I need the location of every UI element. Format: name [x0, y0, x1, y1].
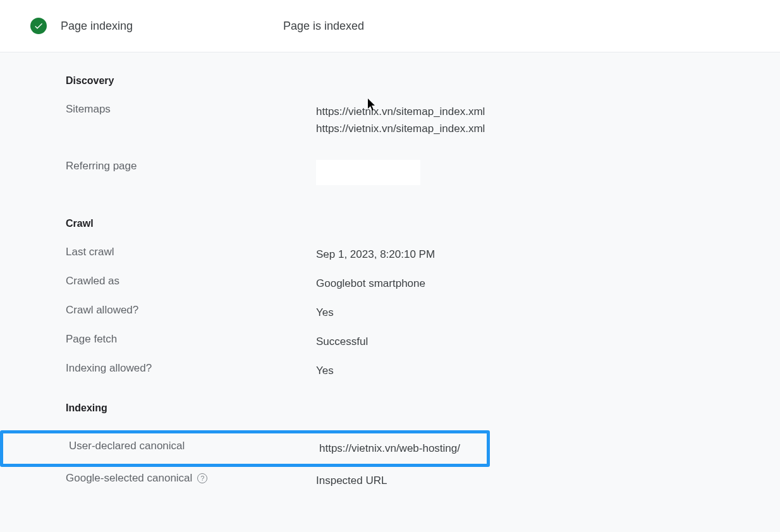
sitemaps-row: Sitemaps https://vietnix.vn/sitemap_inde… — [66, 103, 780, 150]
header-row: Page indexing Page is indexed — [0, 0, 780, 52]
crawled-as-value: Googlebot smartphone — [316, 275, 425, 292]
crawled-as-label: Crawled as — [66, 275, 316, 287]
sitemaps-label: Sitemaps — [66, 103, 316, 116]
crawl-allowed-value: Yes — [316, 304, 334, 321]
crawl-allowed-row: Crawl allowed? Yes — [66, 304, 780, 322]
google-canonical-label: Google-selected canonical ? — [66, 472, 316, 485]
page-fetch-value: Successful — [316, 333, 368, 350]
page-fetch-row: Page fetch Successful — [66, 333, 780, 351]
indexing-allowed-row: Indexing allowed? Yes — [66, 362, 780, 380]
header-title: Page indexing — [61, 20, 269, 33]
referring-page-label: Referring page — [66, 160, 316, 172]
sitemaps-value: https://vietnix.vn/sitemap_index.xml htt… — [316, 103, 485, 137]
referring-page-blank — [316, 160, 420, 185]
crawl-section-title: Crawl — [66, 218, 780, 229]
last-crawl-value: Sep 1, 2023, 8:20:10 PM — [316, 246, 435, 263]
google-canonical-label-text: Google-selected canonical — [66, 472, 192, 485]
page-fetch-label: Page fetch — [66, 333, 316, 346]
indexing-allowed-value: Yes — [316, 362, 334, 379]
crawl-allowed-label: Crawl allowed? — [66, 304, 316, 317]
referring-page-value — [316, 160, 420, 190]
sitemap-url-2[interactable]: https://vietnix.vn/sitemap_index.xml — [316, 120, 485, 137]
crawled-as-row: Crawled as Googlebot smartphone — [66, 275, 780, 293]
google-canonical-row: Google-selected canonical ? Inspected UR… — [66, 472, 780, 490]
sitemap-url-1[interactable]: https://vietnix.vn/sitemap_index.xml — [316, 103, 485, 120]
check-icon — [30, 18, 47, 34]
indexing-allowed-label: Indexing allowed? — [66, 362, 316, 375]
user-canonical-value[interactable]: https://vietnix.vn/web-hosting/ — [319, 440, 460, 457]
highlight-box: User-declared canonical https://vietnix.… — [0, 430, 490, 467]
user-canonical-row: User-declared canonical https://vietnix.… — [69, 440, 487, 457]
user-canonical-label: User-declared canonical — [69, 440, 319, 452]
header-status: Page is indexed — [283, 20, 364, 33]
referring-page-row: Referring page — [66, 160, 780, 207]
discovery-section-title: Discovery — [66, 75, 780, 87]
indexing-section-title: Indexing — [66, 402, 780, 414]
last-crawl-label: Last crawl — [66, 246, 316, 258]
last-crawl-row: Last crawl Sep 1, 2023, 8:20:10 PM — [66, 246, 780, 263]
google-canonical-value: Inspected URL — [316, 472, 387, 489]
help-icon[interactable]: ? — [197, 473, 207, 483]
